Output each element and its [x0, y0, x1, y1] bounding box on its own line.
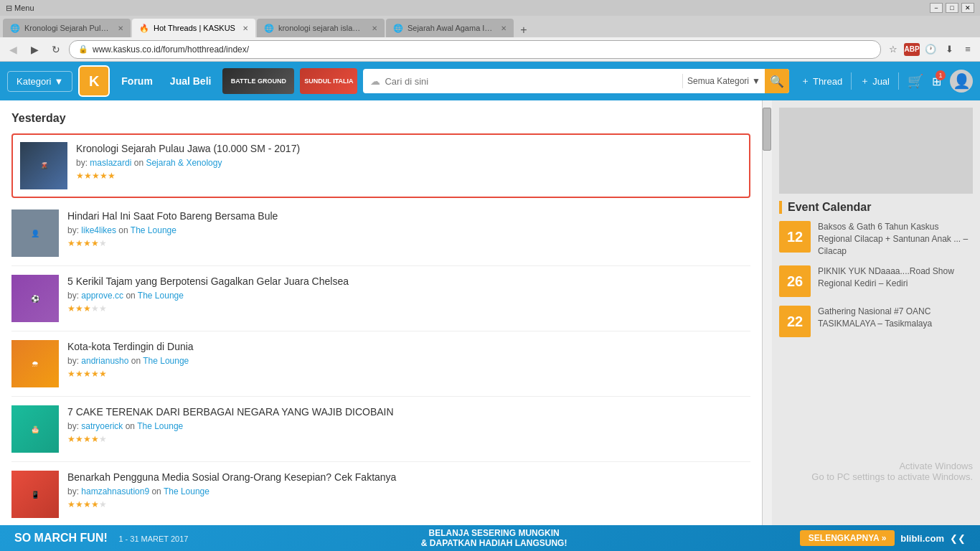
kaskus-logo-letter: K [89, 73, 99, 90]
menu-label[interactable]: ⊟ Menu [6, 4, 34, 13]
clock-ext-icon[interactable]: 🕐 [923, 42, 938, 57]
sidebar-ad-placeholder [779, 108, 973, 194]
author-link-6[interactable]: hamzahnasution9 [81, 486, 149, 496]
thread-thumb-2: 👤 [11, 209, 59, 257]
thumb-label-5: 🎂 [31, 425, 39, 433]
sundul-promo[interactable]: SUNDUL ITALIA [300, 68, 357, 94]
tab-1-close[interactable]: ✕ [118, 24, 123, 32]
refresh-button[interactable]: ↻ [47, 41, 65, 58]
forward-button[interactable]: ▶ [26, 41, 43, 58]
download-icon[interactable]: ⬇ [941, 42, 957, 57]
thread-meta-1: by: maslazardi on Sejarah & Xenology [76, 158, 742, 168]
tab-3-close[interactable]: ✕ [372, 24, 377, 32]
scrollbar-track [762, 100, 772, 525]
event-desc-1: Baksos & Gath 6 Tahun Kaskus Regional Ci… [818, 221, 973, 257]
search-button[interactable]: 🔍 [765, 69, 789, 93]
forum-link-2[interactable]: The Lounge [131, 225, 176, 235]
forum-link-3[interactable]: The Lounge [138, 291, 184, 301]
thread-item-3[interactable]: ⚽ 5 Kerikil Tajam yang Berpotensi Gagalk… [11, 266, 750, 331]
search-divider [682, 74, 683, 88]
author-link-1[interactable]: maslazardi [90, 158, 131, 168]
thread-title-2[interactable]: Hindari Hal Ini Saat Foto Bareng Bersama… [67, 209, 750, 222]
author-link-5[interactable]: satryoerick [81, 421, 123, 431]
search-category-button[interactable]: Semua Kategori ▼ [687, 76, 760, 86]
chevron-icon: ▼ [752, 76, 760, 86]
search-input[interactable] [385, 76, 678, 87]
minimize-button[interactable]: − [930, 3, 943, 13]
battleground-promo[interactable]: BATTLE GROUND [222, 68, 294, 94]
author-link-2[interactable]: like4likes [81, 225, 116, 235]
close-button[interactable]: ✕ [961, 3, 974, 13]
browser-chrome: ⊟ Menu − □ ✕ 🌐 Kronologi Sejarah Pulau J… [0, 0, 980, 62]
tab-4[interactable]: 🌐 Sejarah Awal Agama Islam... ✕ [386, 19, 514, 37]
thread-item-1[interactable]: 🌋 Kronologi Sejarah Pulau Jawa (10.000 S… [11, 133, 750, 198]
thread-title-1[interactable]: Kronologi Sejarah Pulau Jawa (10.000 SM … [76, 142, 742, 155]
event-item-2: 26 PIKNIK YUK NDaaaa....Road Show Region… [779, 265, 973, 297]
thread-title-3[interactable]: 5 Kerikil Tajam yang Berpotensi Gagalkan… [67, 275, 750, 288]
sidebar: Event Calendar 12 Baksos & Gath 6 Tahun … [772, 100, 980, 525]
forum-link-4[interactable]: The Lounge [143, 356, 189, 366]
thumb-label-6: 📱 [31, 491, 39, 499]
event-desc-3: Gathering Nasional #7 OANC TASIKMALAYA –… [818, 306, 973, 337]
thread-button[interactable]: ＋ Thread [801, 75, 842, 88]
thread-info-4: Kota-kota Terdingin di Dunia by: andrian… [67, 340, 750, 387]
user-avatar[interactable]: 👤 [950, 70, 973, 93]
notification-badge[interactable]: ⊞ 1 [932, 75, 941, 88]
new-tab-button[interactable]: + [515, 23, 532, 37]
thread-item-4[interactable]: 🌨 Kota-kota Terdingin di Dunia by: andri… [11, 331, 750, 397]
event-date-2: 26 [779, 265, 811, 297]
header-actions: ＋ Thread ＋ Jual 🛒 ⊞ 1 👤 [801, 70, 973, 93]
thread-item-6[interactable]: 📱 Benarkah Pengguna Media Sosial Orang-O… [11, 462, 750, 525]
ad-collapse-icon[interactable]: ❮❮ [950, 533, 966, 544]
back-button[interactable]: ◀ [4, 41, 22, 58]
jual-label: Jual [872, 76, 890, 87]
thread-title-5[interactable]: 7 CAKE TERENAK DARI BERBAGAI NEGARA YANG… [67, 405, 750, 418]
thread-thumb-4: 🌨 [11, 340, 59, 387]
forum-link-6[interactable]: The Lounge [164, 486, 209, 496]
section-title: Yesterday [11, 112, 750, 125]
event-desc-2: PIKNIK YUK NDaaaa....Road Show Regional … [818, 265, 973, 297]
title-bar: ⊟ Menu − □ ✕ [0, 0, 980, 16]
adblock-icon[interactable]: ABP [904, 43, 920, 56]
author-link-3[interactable]: approve.cc [81, 291, 123, 301]
thread-item-5[interactable]: 🎂 7 CAKE TERENAK DARI BERBAGAI NEGARA YA… [11, 397, 750, 462]
event-date-1: 12 [779, 221, 811, 253]
thread-thumb-1: 🌋 [20, 142, 67, 189]
thread-stars-6: ★★★★★ [67, 499, 750, 509]
thread-meta-3: by: approve.cc on The Lounge [67, 291, 750, 301]
cloud-icon: ☁ [370, 75, 380, 87]
selengkapnya-button[interactable]: SELENGKAPNYA » [800, 530, 895, 546]
author-link-4[interactable]: andrianusho [81, 356, 128, 366]
plus-icon-2: ＋ [860, 75, 870, 88]
maximize-button[interactable]: □ [946, 3, 958, 13]
forum-button[interactable]: Forum [116, 72, 159, 90]
forum-link-5[interactable]: The Lounge [137, 421, 183, 431]
jual-button[interactable]: ＋ Jual [860, 75, 890, 88]
tab-1[interactable]: 🌐 Kronologi Sejarah Pulau Ja... ✕ [3, 19, 131, 37]
thread-info-1: Kronologi Sejarah Pulau Jawa (10.000 SM … [76, 142, 742, 189]
tab-2-close[interactable]: ✕ [242, 24, 248, 32]
tab-2[interactable]: 🔥 Hot Threads | KASKUS ✕ [132, 19, 255, 37]
tab-4-close[interactable]: ✕ [501, 24, 507, 32]
thread-title-6[interactable]: Benarkah Pengguna Media Sosial Orang-Ora… [67, 471, 750, 484]
thread-item-2[interactable]: 👤 Hindari Hal Ini Saat Foto Bareng Bersa… [11, 201, 750, 266]
ad-banner: SO MARCH FUN! 1 - 31 MARET 2017 BELANJA … [0, 525, 980, 551]
thread-stars-2: ★★★★★ [67, 238, 750, 248]
thread-title-4[interactable]: Kota-kota Terdingin di Dunia [67, 340, 750, 353]
tab-4-label: Sejarah Awal Agama Islam... [407, 24, 494, 32]
cart-icon[interactable]: 🛒 [908, 73, 923, 89]
content-area: Yesterday 🌋 Kronologi Sejarah Pulau Jawa… [0, 100, 762, 525]
address-bar[interactable]: 🔒 www.kaskus.co.id/forum/hotthread/index… [69, 40, 881, 59]
jual-beli-button[interactable]: Jual Beli [164, 72, 217, 90]
forum-link-1[interactable]: Sejarah & Xenology [146, 158, 222, 168]
scrollbar-thumb[interactable] [763, 108, 771, 151]
kaskus-logo[interactable]: K [78, 65, 110, 97]
menu-icon[interactable]: ≡ [960, 42, 976, 57]
kategori-button[interactable]: Kategori ▼ [7, 71, 72, 92]
bookmark-star-icon[interactable]: ☆ [885, 42, 901, 57]
thread-stars-5: ★★★★★ [67, 434, 750, 444]
notification-count: 1 [936, 70, 946, 80]
thread-info-2: Hindari Hal Ini Saat Foto Bareng Bersama… [67, 209, 750, 257]
tab-2-favicon: 🔥 [139, 24, 149, 33]
tab-3[interactable]: 🌐 kronologi sejarah islam di... ✕ [257, 19, 385, 37]
